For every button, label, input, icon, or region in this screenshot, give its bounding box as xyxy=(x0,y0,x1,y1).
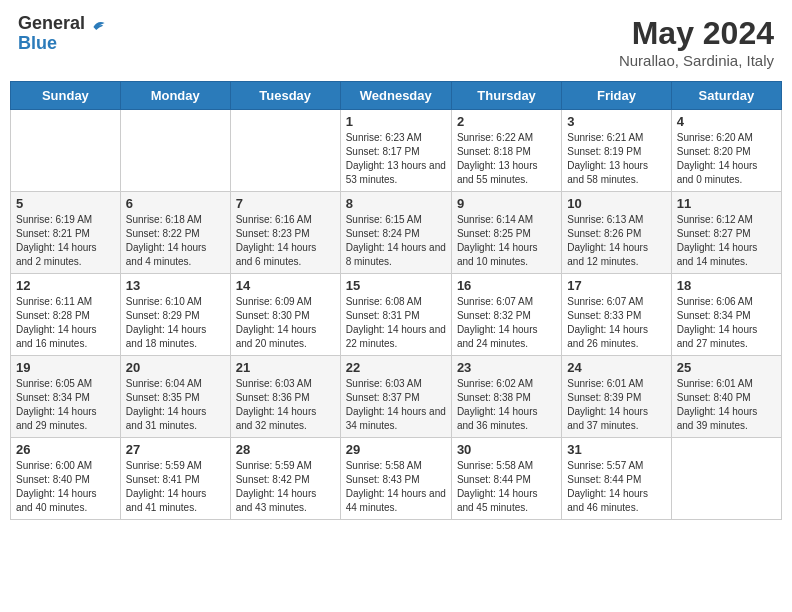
calendar-cell: 4Sunrise: 6:20 AMSunset: 8:20 PMDaylight… xyxy=(671,110,781,192)
calendar-cell: 2Sunrise: 6:22 AMSunset: 8:18 PMDaylight… xyxy=(451,110,561,192)
day-info: Sunrise: 5:58 AMSunset: 8:43 PMDaylight:… xyxy=(346,459,446,515)
day-number: 17 xyxy=(567,278,665,293)
day-info: Sunrise: 6:19 AMSunset: 8:21 PMDaylight:… xyxy=(16,213,115,269)
day-info: Sunrise: 6:03 AMSunset: 8:36 PMDaylight:… xyxy=(236,377,335,433)
day-info: Sunrise: 6:00 AMSunset: 8:40 PMDaylight:… xyxy=(16,459,115,515)
day-number: 4 xyxy=(677,114,776,129)
day-info: Sunrise: 5:59 AMSunset: 8:41 PMDaylight:… xyxy=(126,459,225,515)
day-number: 25 xyxy=(677,360,776,375)
day-number: 3 xyxy=(567,114,665,129)
calendar-cell: 13Sunrise: 6:10 AMSunset: 8:29 PMDayligh… xyxy=(120,274,230,356)
calendar-cell: 12Sunrise: 6:11 AMSunset: 8:28 PMDayligh… xyxy=(11,274,121,356)
day-info: Sunrise: 6:14 AMSunset: 8:25 PMDaylight:… xyxy=(457,213,556,269)
day-number: 14 xyxy=(236,278,335,293)
day-number: 7 xyxy=(236,196,335,211)
day-info: Sunrise: 6:03 AMSunset: 8:37 PMDaylight:… xyxy=(346,377,446,433)
calendar-week-row: 5Sunrise: 6:19 AMSunset: 8:21 PMDaylight… xyxy=(11,192,782,274)
calendar-cell: 28Sunrise: 5:59 AMSunset: 8:42 PMDayligh… xyxy=(230,438,340,520)
day-number: 5 xyxy=(16,196,115,211)
day-info: Sunrise: 6:18 AMSunset: 8:22 PMDaylight:… xyxy=(126,213,225,269)
day-number: 6 xyxy=(126,196,225,211)
calendar-cell: 8Sunrise: 6:15 AMSunset: 8:24 PMDaylight… xyxy=(340,192,451,274)
calendar-cell: 30Sunrise: 5:58 AMSunset: 8:44 PMDayligh… xyxy=(451,438,561,520)
calendar-cell: 1Sunrise: 6:23 AMSunset: 8:17 PMDaylight… xyxy=(340,110,451,192)
calendar-week-row: 19Sunrise: 6:05 AMSunset: 8:34 PMDayligh… xyxy=(11,356,782,438)
weekday-header-row: SundayMondayTuesdayWednesdayThursdayFrid… xyxy=(11,82,782,110)
day-info: Sunrise: 6:11 AMSunset: 8:28 PMDaylight:… xyxy=(16,295,115,351)
day-number: 12 xyxy=(16,278,115,293)
calendar-cell: 27Sunrise: 5:59 AMSunset: 8:41 PMDayligh… xyxy=(120,438,230,520)
day-info: Sunrise: 6:05 AMSunset: 8:34 PMDaylight:… xyxy=(16,377,115,433)
day-info: Sunrise: 6:07 AMSunset: 8:33 PMDaylight:… xyxy=(567,295,665,351)
weekday-header-monday: Monday xyxy=(120,82,230,110)
calendar-cell xyxy=(120,110,230,192)
day-info: Sunrise: 6:22 AMSunset: 8:18 PMDaylight:… xyxy=(457,131,556,187)
weekday-header-tuesday: Tuesday xyxy=(230,82,340,110)
calendar-cell: 29Sunrise: 5:58 AMSunset: 8:43 PMDayligh… xyxy=(340,438,451,520)
calendar-cell: 21Sunrise: 6:03 AMSunset: 8:36 PMDayligh… xyxy=(230,356,340,438)
calendar-cell xyxy=(230,110,340,192)
calendar-cell: 9Sunrise: 6:14 AMSunset: 8:25 PMDaylight… xyxy=(451,192,561,274)
calendar-cell: 15Sunrise: 6:08 AMSunset: 8:31 PMDayligh… xyxy=(340,274,451,356)
calendar-cell: 6Sunrise: 6:18 AMSunset: 8:22 PMDaylight… xyxy=(120,192,230,274)
day-number: 2 xyxy=(457,114,556,129)
page-header: General Blue May 2024 Nurallao, Sardinia… xyxy=(10,10,782,73)
calendar-week-row: 1Sunrise: 6:23 AMSunset: 8:17 PMDaylight… xyxy=(11,110,782,192)
day-info: Sunrise: 6:23 AMSunset: 8:17 PMDaylight:… xyxy=(346,131,446,187)
day-info: Sunrise: 6:04 AMSunset: 8:35 PMDaylight:… xyxy=(126,377,225,433)
calendar-cell: 17Sunrise: 6:07 AMSunset: 8:33 PMDayligh… xyxy=(562,274,671,356)
day-info: Sunrise: 5:59 AMSunset: 8:42 PMDaylight:… xyxy=(236,459,335,515)
day-number: 19 xyxy=(16,360,115,375)
calendar-cell: 26Sunrise: 6:00 AMSunset: 8:40 PMDayligh… xyxy=(11,438,121,520)
day-number: 21 xyxy=(236,360,335,375)
calendar-cell: 10Sunrise: 6:13 AMSunset: 8:26 PMDayligh… xyxy=(562,192,671,274)
day-info: Sunrise: 6:07 AMSunset: 8:32 PMDaylight:… xyxy=(457,295,556,351)
day-number: 23 xyxy=(457,360,556,375)
calendar-cell xyxy=(11,110,121,192)
day-info: Sunrise: 6:01 AMSunset: 8:40 PMDaylight:… xyxy=(677,377,776,433)
weekday-header-thursday: Thursday xyxy=(451,82,561,110)
day-info: Sunrise: 6:09 AMSunset: 8:30 PMDaylight:… xyxy=(236,295,335,351)
day-info: Sunrise: 6:12 AMSunset: 8:27 PMDaylight:… xyxy=(677,213,776,269)
calendar-cell: 19Sunrise: 6:05 AMSunset: 8:34 PMDayligh… xyxy=(11,356,121,438)
calendar-cell: 31Sunrise: 5:57 AMSunset: 8:44 PMDayligh… xyxy=(562,438,671,520)
day-number: 9 xyxy=(457,196,556,211)
calendar-week-row: 26Sunrise: 6:00 AMSunset: 8:40 PMDayligh… xyxy=(11,438,782,520)
month-title: May 2024 xyxy=(619,14,774,52)
calendar-cell: 16Sunrise: 6:07 AMSunset: 8:32 PMDayligh… xyxy=(451,274,561,356)
day-info: Sunrise: 6:01 AMSunset: 8:39 PMDaylight:… xyxy=(567,377,665,433)
calendar-cell: 14Sunrise: 6:09 AMSunset: 8:30 PMDayligh… xyxy=(230,274,340,356)
calendar-cell: 5Sunrise: 6:19 AMSunset: 8:21 PMDaylight… xyxy=(11,192,121,274)
calendar-cell: 20Sunrise: 6:04 AMSunset: 8:35 PMDayligh… xyxy=(120,356,230,438)
day-info: Sunrise: 6:16 AMSunset: 8:23 PMDaylight:… xyxy=(236,213,335,269)
calendar-cell: 23Sunrise: 6:02 AMSunset: 8:38 PMDayligh… xyxy=(451,356,561,438)
day-number: 29 xyxy=(346,442,446,457)
title-block: May 2024 Nurallao, Sardinia, Italy xyxy=(619,14,774,69)
day-info: Sunrise: 5:58 AMSunset: 8:44 PMDaylight:… xyxy=(457,459,556,515)
day-number: 18 xyxy=(677,278,776,293)
day-info: Sunrise: 6:13 AMSunset: 8:26 PMDaylight:… xyxy=(567,213,665,269)
calendar-table: SundayMondayTuesdayWednesdayThursdayFrid… xyxy=(10,81,782,520)
day-number: 11 xyxy=(677,196,776,211)
calendar-cell: 11Sunrise: 6:12 AMSunset: 8:27 PMDayligh… xyxy=(671,192,781,274)
logo: General Blue xyxy=(18,14,106,54)
day-info: Sunrise: 6:10 AMSunset: 8:29 PMDaylight:… xyxy=(126,295,225,351)
weekday-header-friday: Friday xyxy=(562,82,671,110)
day-number: 8 xyxy=(346,196,446,211)
day-number: 13 xyxy=(126,278,225,293)
day-number: 31 xyxy=(567,442,665,457)
weekday-header-saturday: Saturday xyxy=(671,82,781,110)
day-info: Sunrise: 6:15 AMSunset: 8:24 PMDaylight:… xyxy=(346,213,446,269)
day-number: 10 xyxy=(567,196,665,211)
logo-blue-text: Blue xyxy=(18,33,57,53)
day-info: Sunrise: 5:57 AMSunset: 8:44 PMDaylight:… xyxy=(567,459,665,515)
day-number: 22 xyxy=(346,360,446,375)
day-number: 27 xyxy=(126,442,225,457)
logo-top: General xyxy=(18,14,106,34)
day-info: Sunrise: 6:06 AMSunset: 8:34 PMDaylight:… xyxy=(677,295,776,351)
day-number: 28 xyxy=(236,442,335,457)
day-info: Sunrise: 6:20 AMSunset: 8:20 PMDaylight:… xyxy=(677,131,776,187)
calendar-cell: 22Sunrise: 6:03 AMSunset: 8:37 PMDayligh… xyxy=(340,356,451,438)
day-number: 26 xyxy=(16,442,115,457)
weekday-header-wednesday: Wednesday xyxy=(340,82,451,110)
